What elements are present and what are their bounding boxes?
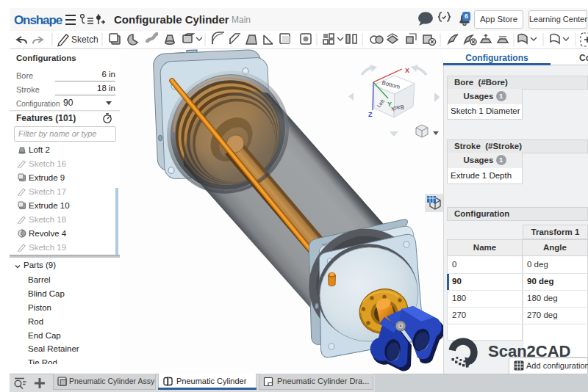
svg-text:Y: Y [387, 101, 392, 108]
svg-text:Z: Z [368, 111, 373, 118]
svg-text:X: X [405, 67, 409, 74]
